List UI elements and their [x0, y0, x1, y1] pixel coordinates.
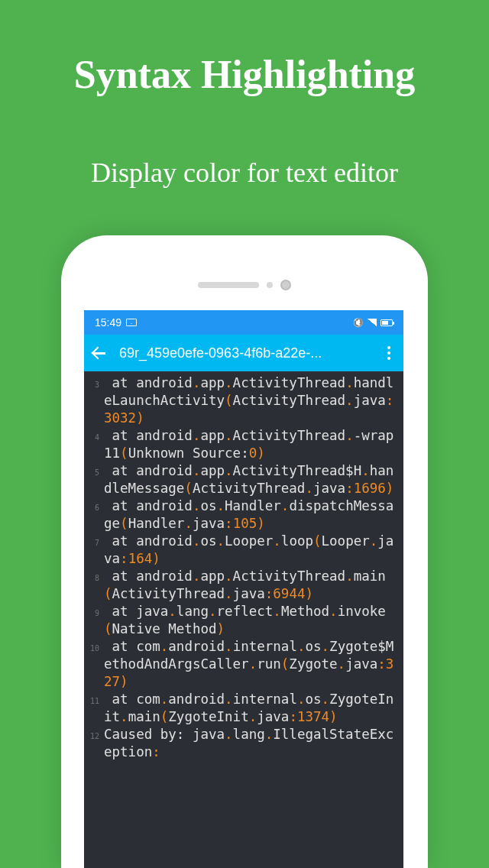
code-line: 9 at java.lang.reflect.Method.invoke(Nat…	[84, 603, 403, 638]
mute-icon	[353, 317, 364, 328]
hero-subtitle: Display color for text editor	[0, 97, 489, 189]
status-bar: 15:49	[84, 310, 403, 335]
code-line: 8 at android.app.ActivityThread.main(Act…	[84, 568, 403, 603]
code-line: 7 at android.os.Looper.loop(Looper.java:…	[84, 533, 403, 568]
line-number: 8	[84, 568, 104, 587]
code-line: 3 at android.app.ActivityThread.handleLa…	[84, 374, 403, 427]
line-content: at android.app.ActivityThread.-wrap11(Un…	[104, 427, 403, 462]
line-content: at android.os.Looper.loop(Looper.java:16…	[104, 533, 403, 568]
line-content: at android.os.Handler.dispatchMessage(Ha…	[104, 497, 403, 533]
code-line: 4 at android.app.ActivityThread.-wrap11(…	[84, 427, 403, 462]
line-number: 12	[84, 726, 104, 745]
hero-title: Syntax Highlighting	[0, 0, 489, 97]
overflow-menu-button[interactable]	[382, 346, 396, 360]
line-content: at android.app.ActivityThread.main(Activ…	[104, 568, 403, 603]
signal-icon	[368, 319, 377, 326]
line-number: 10	[84, 638, 104, 657]
line-number: 11	[84, 691, 104, 710]
line-content: at java.lang.reflect.Method.invoke(Nativ…	[104, 603, 403, 638]
back-button[interactable]	[92, 346, 105, 360]
line-number: 3	[84, 374, 104, 394]
line-number: 6	[84, 497, 104, 517]
line-number: 9	[84, 603, 104, 622]
phone-screen: 15:49 69r_459e0efe-0963-4f6b-a22e-... 3 …	[84, 310, 403, 868]
code-line: 5 at android.app.ActivityThread$H.handle…	[84, 462, 403, 497]
notification-icon	[126, 319, 137, 326]
line-content: Caused by: java.lang.IllegalStateExcepti…	[104, 726, 403, 761]
line-number: 7	[84, 533, 104, 552]
code-editor[interactable]: 3 at android.app.ActivityThread.handleLa…	[84, 371, 403, 761]
code-line: 10 at com.android.internal.os.Zygote$Met…	[84, 638, 403, 691]
line-content: at android.app.ActivityThread.handleLaun…	[104, 374, 403, 427]
app-bar: 69r_459e0efe-0963-4f6b-a22e-...	[84, 335, 403, 371]
line-content: at android.app.ActivityThread$H.handleMe…	[104, 462, 403, 497]
code-line: 12Caused by: java.lang.IllegalStateExcep…	[84, 726, 403, 761]
app-bar-title: 69r_459e0efe-0963-4f6b-a22e-...	[119, 345, 368, 361]
line-number: 4	[84, 427, 104, 446]
phone-frame: 15:49 69r_459e0efe-0963-4f6b-a22e-... 3 …	[61, 235, 428, 868]
phone-speaker	[198, 280, 291, 290]
code-line: 11 at com.android.internal.os.ZygoteInit…	[84, 691, 403, 726]
status-time: 15:49	[95, 316, 121, 329]
battery-icon	[381, 319, 393, 326]
line-number: 5	[84, 462, 104, 481]
line-content: at com.android.internal.os.ZygoteInit.ma…	[104, 691, 403, 726]
code-line: 6 at android.os.Handler.dispatchMessage(…	[84, 497, 403, 533]
line-content: at com.android.internal.os.Zygote$Method…	[104, 638, 403, 691]
